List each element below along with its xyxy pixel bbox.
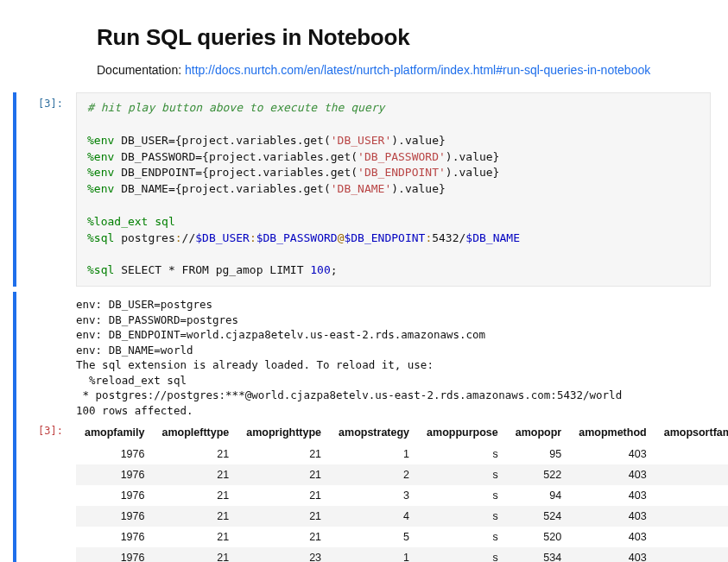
table-cell: 2 <box>330 464 418 485</box>
table-row: 197621213s944030 <box>76 485 728 506</box>
table-column-header: amopopr <box>507 421 570 444</box>
table-cell: 403 <box>570 547 655 562</box>
table-cell: 1976 <box>76 464 153 485</box>
table-cell: 21 <box>237 506 330 527</box>
output-prompt: [3]: <box>38 425 63 437</box>
table-cell: 21 <box>237 444 330 464</box>
table-cell: s <box>418 485 507 506</box>
table-row: 197621231s5344030 <box>76 547 728 562</box>
code-cell: [3]: # hit play button above to execute … <box>9 92 719 287</box>
table-cell: 0 <box>655 464 728 485</box>
table-cell: 520 <box>507 527 570 547</box>
table-cell: 1976 <box>76 485 153 506</box>
documentation-label: Documentation: <box>97 63 185 77</box>
table-column-header: amopstrategy <box>330 421 418 444</box>
table-cell: 21 <box>153 547 237 562</box>
table-cell: 1 <box>330 444 418 464</box>
table-cell: 1976 <box>76 506 153 527</box>
table-cell: 21 <box>153 506 237 527</box>
table-row: 197621215s5204030 <box>76 527 728 547</box>
table-cell: 534 <box>507 547 570 562</box>
table-cell: 522 <box>507 464 570 485</box>
table-column-header: amoplefttype <box>153 421 237 444</box>
stdout-output: env: DB_USER=postgres env: DB_PASSWORD=p… <box>76 292 711 421</box>
table-cell: 21 <box>237 485 330 506</box>
code-input-area[interactable]: # hit play button above to execute the q… <box>76 92 711 287</box>
table-cell: 0 <box>655 506 728 527</box>
table-cell: 4 <box>330 506 418 527</box>
table-cell: s <box>418 547 507 562</box>
table-header-row: amopfamilyamoplefttypeamoprighttypeamops… <box>76 421 728 444</box>
table-row: 197621212s5224030 <box>76 464 728 485</box>
table-cell: 1976 <box>76 444 153 464</box>
table-cell: 94 <box>507 485 570 506</box>
output-cell: env: DB_USER=postgres env: DB_PASSWORD=p… <box>9 292 719 562</box>
table-cell: 21 <box>237 527 330 547</box>
table-cell: 524 <box>507 506 570 527</box>
table-cell: s <box>418 444 507 464</box>
table-column-header: amopfamily <box>76 421 153 444</box>
notebook-page: Run SQL queries in Notebook Documentatio… <box>0 0 728 562</box>
table-cell: 21 <box>153 527 237 547</box>
table-cell: 1976 <box>76 547 153 562</box>
table-cell: 3 <box>330 485 418 506</box>
table-cell: 21 <box>153 464 237 485</box>
table-cell: s <box>418 464 507 485</box>
table-cell: 95 <box>507 444 570 464</box>
table-cell: 403 <box>570 444 655 464</box>
table-cell: 0 <box>655 527 728 547</box>
page-title: Run SQL queries in Notebook <box>97 24 719 51</box>
table-column-header: amoppurpose <box>418 421 507 444</box>
input-prompt: [3]: <box>38 98 63 110</box>
table-cell: 5 <box>330 527 418 547</box>
table-cell: 403 <box>570 527 655 547</box>
table-cell: 1976 <box>76 527 153 547</box>
table-cell: 1 <box>330 547 418 562</box>
table-cell: s <box>418 527 507 547</box>
table-cell: 0 <box>655 547 728 562</box>
table-cell: 21 <box>153 444 237 464</box>
documentation-link[interactable]: http://docs.nurtch.com/en/latest/nurtch-… <box>185 63 650 77</box>
table-cell: 21 <box>153 485 237 506</box>
table-cell: 403 <box>570 506 655 527</box>
cell-run-indicator <box>13 92 16 287</box>
table-row: 197621211s954030 <box>76 444 728 464</box>
table-column-header: amoprighttype <box>237 421 330 444</box>
table-cell: 0 <box>655 485 728 506</box>
table-cell: 0 <box>655 444 728 464</box>
table-cell: s <box>418 506 507 527</box>
table-cell: 403 <box>570 464 655 485</box>
table-cell: 21 <box>237 464 330 485</box>
table-column-header: amopmethod <box>570 421 655 444</box>
table-column-header: amopsortfamily <box>655 421 728 444</box>
result-table: amopfamilyamoplefttypeamoprighttypeamops… <box>76 421 728 562</box>
output-run-indicator <box>13 292 16 562</box>
table-cell: 403 <box>570 485 655 506</box>
table-row: 197621214s5244030 <box>76 506 728 527</box>
table-cell: 23 <box>237 547 330 562</box>
documentation-line: Documentation: http://docs.nurtch.com/en… <box>97 63 719 77</box>
table-body: 197621211s954030197621212s52240301976212… <box>76 444 728 562</box>
